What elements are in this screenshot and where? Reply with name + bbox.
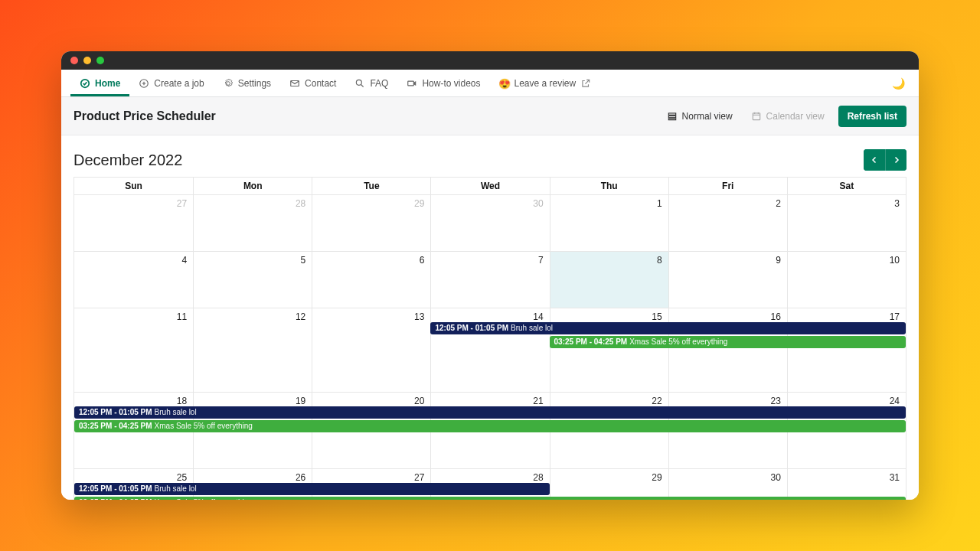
nav-label: Create a job	[154, 78, 204, 89]
day-cell[interactable]: 28	[193, 195, 312, 252]
day-cell[interactable]: 1	[550, 195, 668, 252]
day-cell[interactable]: 6	[312, 252, 430, 308]
calendar-icon	[751, 111, 762, 122]
nav-faq[interactable]: FAQ	[345, 70, 397, 96]
nav-contact[interactable]: Contact	[280, 70, 345, 96]
nav-label: Leave a review	[514, 78, 576, 89]
view-label: Normal view	[682, 111, 733, 122]
day-cell[interactable]: 7	[430, 252, 549, 308]
day-cell-today[interactable]: 8	[550, 252, 668, 308]
event-green[interactable]: 03:25 PM - 04:25 PMXmas Sale 5% off ever…	[74, 497, 906, 500]
day-cell[interactable]: 31	[787, 469, 906, 500]
heart-eyes-icon: 😍	[498, 78, 509, 89]
calendar-grid: Sun Mon Tue Wed Thu Fri Sat 27 28 29 30 …	[74, 177, 906, 500]
week-row: 11 12 13 14 15 16 17 12:05 PM - 01:05 PM…	[74, 308, 906, 393]
svg-rect-7	[668, 118, 675, 119]
nav-home[interactable]: Home	[70, 70, 129, 96]
day-cell[interactable]: 29	[550, 469, 668, 500]
dow: Sun	[74, 178, 193, 195]
day-cell[interactable]: 10	[787, 252, 906, 308]
calendar-nav	[864, 149, 906, 171]
dow: Mon	[193, 178, 312, 195]
nav-howto[interactable]: How-to videos	[397, 70, 489, 96]
nav-create-job[interactable]: Create a job	[129, 70, 213, 96]
nav-review[interactable]: 😍 Leave a review	[489, 70, 600, 96]
normal-view-button[interactable]: Normal view	[662, 108, 737, 125]
svg-point-3	[357, 80, 362, 85]
moon-icon: 🌙	[892, 77, 905, 90]
page-header: Product Price Scheduler Normal view Cale…	[61, 97, 919, 135]
day-cell[interactable]: 17	[787, 308, 906, 393]
list-icon	[667, 111, 678, 122]
day-cell[interactable]: 27	[74, 195, 193, 252]
day-cell[interactable]: 30	[668, 469, 787, 500]
mail-icon	[289, 78, 300, 89]
search-icon	[354, 78, 365, 89]
day-cell[interactable]: 13	[312, 308, 430, 393]
svg-rect-5	[668, 112, 675, 114]
day-cell[interactable]: 11	[74, 308, 193, 393]
refresh-button[interactable]: Refresh list	[838, 106, 906, 127]
next-month-button[interactable]	[885, 149, 906, 171]
dow: Sat	[787, 178, 906, 195]
view-label: Calendar view	[766, 111, 825, 122]
week-row: 18 19 20 21 22 23 24 12:05 PM - 01:05 PM…	[74, 393, 906, 469]
theme-toggle[interactable]: 🌙	[892, 70, 910, 96]
plus-circle-icon	[139, 78, 149, 89]
nav-label: Home	[95, 78, 120, 89]
nav-settings[interactable]: Settings	[214, 70, 280, 96]
svg-rect-6	[668, 116, 675, 117]
calendar: December 2022 Sun Mon Tue Wed	[61, 135, 919, 500]
event-navy[interactable]: 12:05 PM - 01:05 PMBruh sale lol	[430, 322, 906, 334]
svg-rect-4	[408, 81, 414, 86]
day-cell[interactable]: 5	[193, 252, 312, 308]
home-icon	[80, 78, 90, 89]
week-row: 25 26 27 28 29 30 31 12:05 PM - 01:05 PM…	[74, 469, 906, 500]
event-green[interactable]: 03:25 PM - 04:25 PMXmas Sale 5% off ever…	[550, 336, 906, 348]
close-icon[interactable]	[70, 57, 78, 64]
day-cell[interactable]: 4	[74, 252, 193, 308]
page-title: Product Price Scheduler	[74, 109, 216, 123]
dow: Fri	[668, 178, 787, 195]
dow: Wed	[430, 178, 549, 195]
day-cell[interactable]: 14	[430, 308, 549, 393]
video-icon	[407, 78, 417, 89]
day-cell[interactable]: 16	[668, 308, 787, 393]
nav-label: FAQ	[370, 78, 388, 89]
day-cell[interactable]: 3	[787, 195, 906, 252]
event-navy[interactable]: 12:05 PM - 01:05 PMBruh sale lol	[74, 483, 550, 495]
day-cell[interactable]: 9	[668, 252, 787, 308]
minimize-icon[interactable]	[83, 57, 91, 64]
titlebar	[61, 51, 919, 70]
day-cell[interactable]: 12	[193, 308, 312, 393]
dow: Tue	[312, 178, 430, 195]
maximize-icon[interactable]	[96, 57, 104, 64]
day-cell[interactable]: 15	[550, 308, 668, 393]
top-nav: Home Create a job Settings Contact	[61, 70, 919, 97]
week-row: 4 5 6 7 8 9 10	[74, 252, 906, 308]
event-navy[interactable]: 12:05 PM - 01:05 PMBruh sale lol	[74, 406, 906, 419]
nav-label: How-to videos	[422, 78, 480, 89]
event-green[interactable]: 03:25 PM - 04:25 PMXmas Sale 5% off ever…	[74, 420, 906, 432]
day-cell[interactable]: 29	[312, 195, 430, 252]
nav-label: Settings	[238, 78, 271, 89]
svg-rect-8	[753, 112, 760, 119]
calendar-title: December 2022	[74, 152, 182, 169]
external-link-icon	[580, 78, 591, 89]
prev-month-button[interactable]	[864, 149, 885, 171]
dow: Thu	[550, 178, 668, 195]
day-headers: Sun Mon Tue Wed Thu Fri Sat	[74, 178, 906, 195]
app-window: Home Create a job Settings Contact	[61, 51, 919, 500]
nav-label: Contact	[305, 78, 336, 89]
day-cell[interactable]: 30	[430, 195, 549, 252]
gear-icon	[223, 78, 234, 89]
calendar-view-button[interactable]: Calendar view	[746, 108, 829, 125]
day-cell[interactable]: 2	[668, 195, 787, 252]
week-row: 27 28 29 30 1 2 3	[74, 195, 906, 252]
